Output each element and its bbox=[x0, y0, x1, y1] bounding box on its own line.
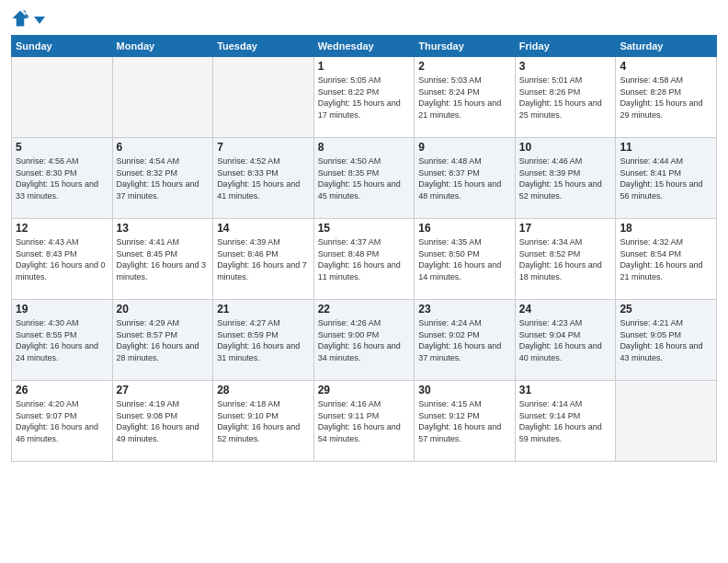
calendar-cell: 17Sunrise: 4:34 AMSunset: 8:52 PMDayligh… bbox=[515, 219, 616, 300]
calendar-week-row: 19Sunrise: 4:30 AMSunset: 8:55 PMDayligh… bbox=[12, 300, 717, 381]
calendar-table: SundayMondayTuesdayWednesdayThursdayFrid… bbox=[11, 35, 717, 462]
day-number: 27 bbox=[117, 384, 210, 396]
day-number: 24 bbox=[519, 303, 612, 316]
day-info: Sunrise: 4:19 AMSunset: 9:08 PMDaylight:… bbox=[117, 398, 210, 444]
calendar-cell: 22Sunrise: 4:26 AMSunset: 9:00 PMDayligh… bbox=[313, 300, 415, 381]
day-info: Sunrise: 5:01 AMSunset: 8:26 PMDaylight:… bbox=[519, 75, 612, 121]
calendar-cell: 14Sunrise: 4:39 AMSunset: 8:46 PMDayligh… bbox=[213, 219, 314, 300]
day-info: Sunrise: 4:14 AMSunset: 9:14 PMDaylight:… bbox=[519, 398, 612, 444]
calendar-cell: 5Sunrise: 4:56 AMSunset: 8:30 PMDaylight… bbox=[12, 138, 113, 219]
calendar-cell: 21Sunrise: 4:27 AMSunset: 8:59 PMDayligh… bbox=[213, 300, 314, 381]
calendar-cell: 2Sunrise: 5:03 AMSunset: 8:24 PMDaylight… bbox=[415, 57, 516, 138]
calendar-week-row: 1Sunrise: 5:05 AMSunset: 8:22 PMDaylight… bbox=[12, 57, 717, 138]
svg-marker-2 bbox=[34, 17, 45, 24]
weekday-header-wednesday: Wednesday bbox=[313, 36, 415, 57]
calendar-cell: 11Sunrise: 4:44 AMSunset: 8:41 PMDayligh… bbox=[616, 138, 717, 219]
calendar-cell: 12Sunrise: 4:43 AMSunset: 8:43 PMDayligh… bbox=[12, 219, 113, 300]
day-number: 9 bbox=[418, 141, 511, 154]
day-number: 2 bbox=[418, 60, 511, 73]
day-info: Sunrise: 4:44 AMSunset: 8:41 PMDaylight:… bbox=[620, 155, 712, 201]
day-number: 20 bbox=[117, 303, 210, 316]
day-info: Sunrise: 4:29 AMSunset: 8:57 PMDaylight:… bbox=[117, 317, 210, 363]
day-number: 16 bbox=[418, 222, 511, 235]
day-info: Sunrise: 5:05 AMSunset: 8:22 PMDaylight:… bbox=[318, 75, 411, 121]
weekday-header-friday: Friday bbox=[515, 36, 616, 57]
calendar-cell: 24Sunrise: 4:23 AMSunset: 9:04 PMDayligh… bbox=[515, 300, 616, 381]
calendar-cell: 3Sunrise: 5:01 AMSunset: 8:26 PMDaylight… bbox=[515, 57, 616, 138]
calendar-cell: 4Sunrise: 4:58 AMSunset: 8:28 PMDaylight… bbox=[616, 57, 717, 138]
calendar-cell bbox=[12, 57, 113, 138]
weekday-header-row: SundayMondayTuesdayWednesdayThursdayFrid… bbox=[12, 36, 717, 57]
day-info: Sunrise: 4:54 AMSunset: 8:32 PMDaylight:… bbox=[117, 155, 210, 201]
calendar-cell: 31Sunrise: 4:14 AMSunset: 9:14 PMDayligh… bbox=[515, 381, 616, 462]
calendar-cell: 8Sunrise: 4:50 AMSunset: 8:35 PMDaylight… bbox=[313, 138, 415, 219]
calendar-week-row: 26Sunrise: 4:20 AMSunset: 9:07 PMDayligh… bbox=[12, 381, 717, 462]
day-info: Sunrise: 4:34 AMSunset: 8:52 PMDaylight:… bbox=[519, 236, 612, 282]
calendar-cell: 16Sunrise: 4:35 AMSunset: 8:50 PMDayligh… bbox=[415, 219, 516, 300]
day-number: 6 bbox=[117, 141, 210, 154]
calendar-cell: 20Sunrise: 4:29 AMSunset: 8:57 PMDayligh… bbox=[112, 300, 213, 381]
weekday-header-saturday: Saturday bbox=[616, 36, 717, 57]
calendar-cell: 9Sunrise: 4:48 AMSunset: 8:37 PMDaylight… bbox=[415, 138, 516, 219]
day-number: 10 bbox=[519, 141, 612, 154]
weekday-header-sunday: Sunday bbox=[12, 36, 113, 57]
day-info: Sunrise: 4:24 AMSunset: 9:02 PMDaylight:… bbox=[418, 317, 511, 363]
calendar-cell: 26Sunrise: 4:20 AMSunset: 9:07 PMDayligh… bbox=[12, 381, 113, 462]
svg-marker-0 bbox=[12, 10, 28, 26]
day-number: 7 bbox=[217, 141, 310, 154]
logo bbox=[11, 9, 47, 28]
day-info: Sunrise: 4:21 AMSunset: 9:05 PMDaylight:… bbox=[620, 317, 712, 363]
day-number: 12 bbox=[16, 222, 108, 235]
calendar-cell bbox=[616, 381, 717, 462]
day-number: 11 bbox=[620, 141, 712, 154]
day-number: 26 bbox=[16, 384, 108, 396]
day-info: Sunrise: 4:52 AMSunset: 8:33 PMDaylight:… bbox=[217, 155, 310, 201]
day-number: 21 bbox=[217, 303, 310, 316]
day-number: 3 bbox=[519, 60, 612, 73]
day-number: 17 bbox=[519, 222, 612, 235]
calendar-cell: 28Sunrise: 4:18 AMSunset: 9:10 PMDayligh… bbox=[213, 381, 314, 462]
weekday-header-monday: Monday bbox=[112, 36, 213, 57]
day-number: 15 bbox=[318, 222, 411, 235]
calendar-cell: 25Sunrise: 4:21 AMSunset: 9:05 PMDayligh… bbox=[616, 300, 717, 381]
day-info: Sunrise: 4:46 AMSunset: 8:39 PMDaylight:… bbox=[519, 155, 612, 201]
weekday-header-thursday: Thursday bbox=[415, 36, 516, 57]
day-info: Sunrise: 4:48 AMSunset: 8:37 PMDaylight:… bbox=[418, 155, 511, 201]
calendar-week-row: 5Sunrise: 4:56 AMSunset: 8:30 PMDaylight… bbox=[12, 138, 717, 219]
calendar-cell: 19Sunrise: 4:30 AMSunset: 8:55 PMDayligh… bbox=[12, 300, 113, 381]
day-number: 18 bbox=[620, 222, 712, 235]
day-info: Sunrise: 4:56 AMSunset: 8:30 PMDaylight:… bbox=[16, 155, 108, 201]
day-info: Sunrise: 4:26 AMSunset: 9:00 PMDaylight:… bbox=[318, 317, 411, 363]
day-info: Sunrise: 4:58 AMSunset: 8:28 PMDaylight:… bbox=[620, 75, 712, 121]
day-number: 14 bbox=[217, 222, 310, 235]
logo-arrow-icon bbox=[32, 13, 47, 28]
header bbox=[11, 9, 717, 28]
calendar-cell: 6Sunrise: 4:54 AMSunset: 8:32 PMDaylight… bbox=[112, 138, 213, 219]
day-number: 5 bbox=[16, 141, 108, 154]
day-info: Sunrise: 4:43 AMSunset: 8:43 PMDaylight:… bbox=[16, 236, 108, 282]
day-info: Sunrise: 5:03 AMSunset: 8:24 PMDaylight:… bbox=[418, 75, 511, 121]
day-number: 8 bbox=[318, 141, 411, 154]
day-info: Sunrise: 4:37 AMSunset: 8:48 PMDaylight:… bbox=[318, 236, 411, 282]
day-info: Sunrise: 4:50 AMSunset: 8:35 PMDaylight:… bbox=[318, 155, 411, 201]
calendar-cell: 18Sunrise: 4:32 AMSunset: 8:54 PMDayligh… bbox=[616, 219, 717, 300]
day-number: 4 bbox=[620, 60, 712, 73]
page-container: SundayMondayTuesdayWednesdayThursdayFrid… bbox=[0, 0, 728, 563]
calendar-cell: 10Sunrise: 4:46 AMSunset: 8:39 PMDayligh… bbox=[515, 138, 616, 219]
calendar-week-row: 12Sunrise: 4:43 AMSunset: 8:43 PMDayligh… bbox=[12, 219, 717, 300]
day-info: Sunrise: 4:18 AMSunset: 9:10 PMDaylight:… bbox=[217, 398, 310, 444]
day-number: 30 bbox=[418, 384, 511, 396]
calendar-cell: 23Sunrise: 4:24 AMSunset: 9:02 PMDayligh… bbox=[415, 300, 516, 381]
day-number: 29 bbox=[318, 384, 411, 396]
day-number: 13 bbox=[117, 222, 210, 235]
day-number: 19 bbox=[16, 303, 108, 316]
calendar-cell: 29Sunrise: 4:16 AMSunset: 9:11 PMDayligh… bbox=[313, 381, 415, 462]
day-info: Sunrise: 4:23 AMSunset: 9:04 PMDaylight:… bbox=[519, 317, 612, 363]
calendar-cell: 1Sunrise: 5:05 AMSunset: 8:22 PMDaylight… bbox=[313, 57, 415, 138]
day-info: Sunrise: 4:35 AMSunset: 8:50 PMDaylight:… bbox=[418, 236, 511, 282]
day-number: 31 bbox=[519, 384, 612, 396]
day-info: Sunrise: 4:30 AMSunset: 8:55 PMDaylight:… bbox=[16, 317, 108, 363]
calendar-cell: 13Sunrise: 4:41 AMSunset: 8:45 PMDayligh… bbox=[112, 219, 213, 300]
day-info: Sunrise: 4:15 AMSunset: 9:12 PMDaylight:… bbox=[418, 398, 511, 444]
day-number: 25 bbox=[620, 303, 712, 316]
